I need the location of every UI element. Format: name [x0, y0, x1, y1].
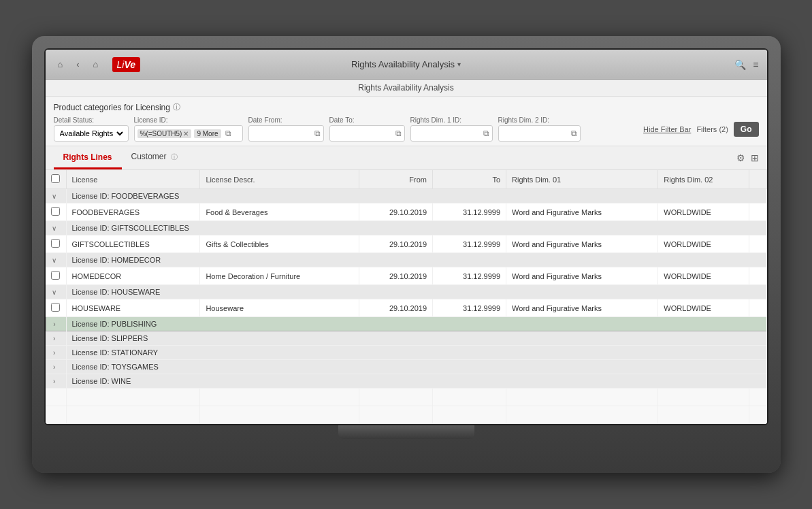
- row-descr: Home Decoration / Furniture: [200, 267, 359, 285]
- row-checkbox-cell[interactable]: [46, 203, 66, 221]
- group-row-PUBLISHING[interactable]: › License ID: PUBLISHING: [46, 317, 766, 331]
- logo-ve: Ve: [124, 59, 135, 70]
- title-dropdown-icon: ▾: [457, 61, 461, 68]
- nav-home2-icon[interactable]: ⌂: [89, 58, 103, 71]
- group-label: License ID: STATIONARY: [66, 346, 766, 360]
- rights-dim2-input[interactable]: [502, 129, 570, 137]
- group-expand-cell[interactable]: ∨: [46, 221, 66, 235]
- row-checkbox-cell[interactable]: [46, 299, 66, 317]
- row-dim2: WORLDWIDE: [658, 203, 749, 221]
- date-from-input[interactable]: [252, 129, 313, 137]
- group-label: License ID: SLIPPERS: [66, 331, 766, 346]
- group-collapse-icon[interactable]: ›: [53, 349, 55, 357]
- tab-rights-lines[interactable]: Rights Lines: [54, 147, 122, 169]
- go-button[interactable]: Go: [734, 122, 759, 137]
- group-row-FOODBEVERAGES[interactable]: ∨ License ID: FOODBEVERAGES: [46, 189, 766, 203]
- detail-status-select[interactable]: Available Rights: [57, 129, 125, 138]
- group-collapse-icon[interactable]: ∨: [52, 193, 56, 200]
- group-expand-cell[interactable]: ›: [46, 331, 66, 346]
- date-to-input[interactable]: [333, 129, 394, 137]
- filter-title-info-icon: ⓘ: [173, 102, 180, 112]
- row-checkbox[interactable]: [51, 303, 60, 312]
- row-checkbox[interactable]: [51, 271, 60, 280]
- group-collapse-icon[interactable]: ∨: [52, 257, 56, 264]
- empty-row: [46, 389, 766, 406]
- col-extra: [749, 170, 766, 189]
- detail-status-label: Detail Status:: [54, 116, 129, 124]
- row-checkbox-cell[interactable]: [46, 267, 66, 285]
- rights-dim1-copy-icon[interactable]: ⧉: [483, 129, 489, 138]
- group-collapse-icon[interactable]: ›: [53, 378, 55, 385]
- rights-dim2-copy-icon[interactable]: ⧉: [571, 129, 577, 138]
- license-id-label: License ID:: [134, 116, 243, 124]
- row-descr: Gifts & Collectibles: [200, 235, 359, 253]
- row-from: 29.10.2019: [359, 299, 432, 317]
- license-id-copy-icon[interactable]: ⧉: [225, 129, 231, 138]
- date-to-input-wrap: ⧉: [329, 125, 405, 142]
- date-to-label: Date To:: [329, 116, 405, 124]
- search-icon[interactable]: 🔍: [734, 59, 746, 70]
- group-collapse-icon[interactable]: ∨: [52, 225, 56, 232]
- group-label: License ID: HOUSEWARE: [66, 285, 766, 299]
- row-extra: [749, 267, 766, 285]
- date-to-copy-icon[interactable]: ⧉: [395, 129, 402, 138]
- rights-dim2-input-wrap: ⧉: [498, 125, 581, 142]
- hide-filter-button[interactable]: Hide Filter Bar: [643, 125, 691, 133]
- logo-li: Li: [117, 59, 125, 70]
- group-row-STATIONARY[interactable]: › License ID: STATIONARY: [46, 346, 766, 360]
- tab-customer[interactable]: Customer ⓘ: [122, 146, 187, 169]
- col-license-descr: License Descr.: [200, 170, 359, 189]
- group-row-SLIPPERS[interactable]: › License ID: SLIPPERS: [46, 331, 766, 346]
- group-expand-cell[interactable]: ∨: [46, 253, 66, 267]
- menu-icon[interactable]: ≡: [753, 59, 758, 70]
- title-text: Rights Availability Analysis: [351, 59, 455, 69]
- row-checkbox-cell[interactable]: [46, 235, 66, 253]
- monitor-stand: [338, 425, 474, 439]
- group-expand-cell[interactable]: ∨: [46, 285, 66, 299]
- group-collapse-icon[interactable]: ›: [53, 335, 55, 342]
- group-expand-cell[interactable]: ›: [46, 346, 66, 360]
- row-dim2: WORLDWIDE: [658, 235, 749, 253]
- settings-icon[interactable]: ⚙: [736, 152, 745, 163]
- group-collapse-icon[interactable]: ∨: [52, 289, 56, 296]
- group-label: License ID: FOODBEVERAGES: [66, 189, 766, 203]
- group-row-TOYSGAMES[interactable]: › License ID: TOYSGAMES: [46, 360, 766, 374]
- group-expand-cell[interactable]: ›: [46, 374, 66, 389]
- row-checkbox[interactable]: [51, 239, 60, 248]
- rights-dim1-input[interactable]: [414, 129, 482, 137]
- row-extra: [749, 299, 766, 317]
- row-to: 31.12.9999: [433, 235, 506, 253]
- row-license: HOMEDECOR: [66, 267, 200, 285]
- row-checkbox[interactable]: [51, 207, 60, 216]
- export-icon[interactable]: ⊞: [751, 152, 759, 163]
- group-expand-cell[interactable]: ›: [46, 317, 66, 331]
- empty-row: [46, 406, 766, 424]
- row-to: 31.12.9999: [433, 299, 506, 317]
- tabs-right-icons: ⚙ ⊞: [736, 152, 759, 163]
- group-row-WINE[interactable]: › License ID: WINE: [46, 374, 766, 389]
- group-collapse-icon[interactable]: ›: [53, 363, 55, 371]
- date-from-copy-icon[interactable]: ⧉: [314, 129, 321, 138]
- group-row-GIFTSCOLLECTIBLES[interactable]: ∨ License ID: GIFTSCOLLECTIBLES: [46, 221, 766, 235]
- home-icon[interactable]: ⌂: [54, 58, 67, 71]
- row-from: 29.10.2019: [359, 235, 432, 253]
- customer-tab-info-icon: ⓘ: [171, 153, 178, 161]
- back-icon[interactable]: ‹: [71, 58, 85, 71]
- row-dim1: Word and Figurative Marks: [506, 299, 658, 317]
- row-dim2: WORLDWIDE: [658, 267, 749, 285]
- group-expand-cell[interactable]: ›: [46, 360, 66, 374]
- group-expand-cell[interactable]: ∨: [46, 189, 66, 203]
- col-checkbox: [46, 170, 66, 189]
- license-tag1-remove[interactable]: ✕: [183, 130, 189, 137]
- row-descr: Houseware: [200, 299, 359, 317]
- select-all-checkbox[interactable]: [51, 174, 60, 183]
- group-row-HOUSEWARE[interactable]: ∨ License ID: HOUSEWARE: [46, 285, 766, 299]
- filter-row: Detail Status: Available Rights License …: [54, 116, 759, 142]
- group-row-HOMEDECOR[interactable]: ∨ License ID: HOMEDECOR: [46, 253, 766, 267]
- group-collapse-icon[interactable]: ›: [53, 321, 55, 328]
- table-row: GIFTSCOLLECTIBLES Gifts & Collectibles 2…: [46, 235, 766, 253]
- filter-date-to: Date To: ⧉: [329, 116, 405, 142]
- nav-controls: ⌂ ‹ ⌂ LiVe: [54, 57, 146, 72]
- row-dim1: Word and Figurative Marks: [506, 235, 658, 253]
- rights-lines-table: License License Descr. From To Rights Di…: [46, 170, 767, 424]
